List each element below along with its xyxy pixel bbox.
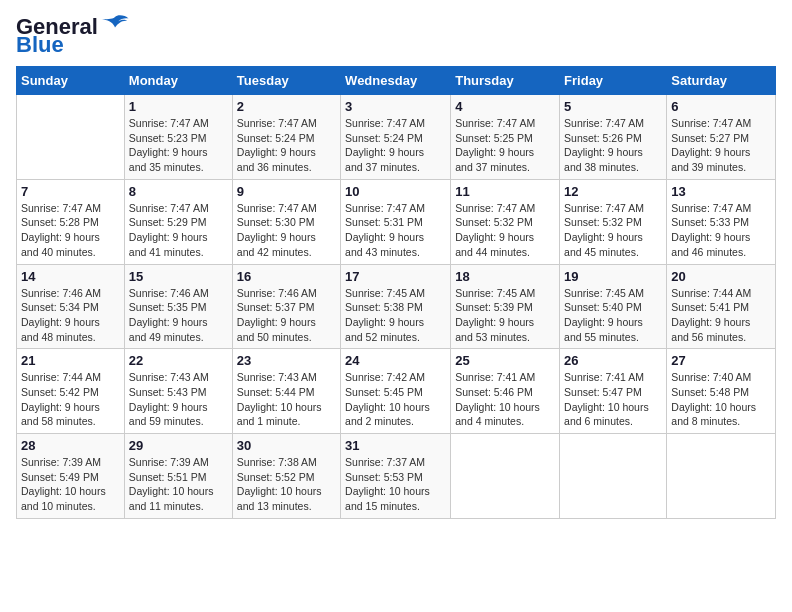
day-number-31: 31 — [345, 438, 446, 453]
day-cell-2: 2Sunrise: 7:47 AM Sunset: 5:24 PM Daylig… — [232, 95, 340, 180]
day-cell-31: 31Sunrise: 7:37 AM Sunset: 5:53 PM Dayli… — [341, 434, 451, 519]
day-number-10: 10 — [345, 184, 446, 199]
day-info-23: Sunrise: 7:43 AM Sunset: 5:44 PM Dayligh… — [237, 370, 336, 429]
day-cell-17: 17Sunrise: 7:45 AM Sunset: 5:38 PM Dayli… — [341, 264, 451, 349]
day-info-10: Sunrise: 7:47 AM Sunset: 5:31 PM Dayligh… — [345, 201, 446, 260]
empty-cell — [451, 434, 560, 519]
day-info-25: Sunrise: 7:41 AM Sunset: 5:46 PM Dayligh… — [455, 370, 555, 429]
col-header-saturday: Saturday — [667, 67, 776, 95]
day-number-8: 8 — [129, 184, 228, 199]
day-number-13: 13 — [671, 184, 771, 199]
day-info-7: Sunrise: 7:47 AM Sunset: 5:28 PM Dayligh… — [21, 201, 120, 260]
day-number-6: 6 — [671, 99, 771, 114]
col-header-tuesday: Tuesday — [232, 67, 340, 95]
day-number-17: 17 — [345, 269, 446, 284]
week-row-5: 28Sunrise: 7:39 AM Sunset: 5:49 PM Dayli… — [17, 434, 776, 519]
day-info-30: Sunrise: 7:38 AM Sunset: 5:52 PM Dayligh… — [237, 455, 336, 514]
day-cell-14: 14Sunrise: 7:46 AM Sunset: 5:34 PM Dayli… — [17, 264, 125, 349]
day-info-8: Sunrise: 7:47 AM Sunset: 5:29 PM Dayligh… — [129, 201, 228, 260]
logo-bird-icon — [100, 13, 130, 33]
day-info-12: Sunrise: 7:47 AM Sunset: 5:32 PM Dayligh… — [564, 201, 662, 260]
day-number-20: 20 — [671, 269, 771, 284]
day-cell-19: 19Sunrise: 7:45 AM Sunset: 5:40 PM Dayli… — [560, 264, 667, 349]
day-info-19: Sunrise: 7:45 AM Sunset: 5:40 PM Dayligh… — [564, 286, 662, 345]
day-cell-24: 24Sunrise: 7:42 AM Sunset: 5:45 PM Dayli… — [341, 349, 451, 434]
day-info-31: Sunrise: 7:37 AM Sunset: 5:53 PM Dayligh… — [345, 455, 446, 514]
day-number-16: 16 — [237, 269, 336, 284]
day-cell-5: 5Sunrise: 7:47 AM Sunset: 5:26 PM Daylig… — [560, 95, 667, 180]
day-cell-27: 27Sunrise: 7:40 AM Sunset: 5:48 PM Dayli… — [667, 349, 776, 434]
day-cell-26: 26Sunrise: 7:41 AM Sunset: 5:47 PM Dayli… — [560, 349, 667, 434]
day-number-4: 4 — [455, 99, 555, 114]
day-number-21: 21 — [21, 353, 120, 368]
col-header-thursday: Thursday — [451, 67, 560, 95]
empty-cell — [17, 95, 125, 180]
week-row-3: 14Sunrise: 7:46 AM Sunset: 5:34 PM Dayli… — [17, 264, 776, 349]
logo: General Blue — [16, 16, 130, 56]
week-row-2: 7Sunrise: 7:47 AM Sunset: 5:28 PM Daylig… — [17, 179, 776, 264]
day-info-3: Sunrise: 7:47 AM Sunset: 5:24 PM Dayligh… — [345, 116, 446, 175]
day-cell-13: 13Sunrise: 7:47 AM Sunset: 5:33 PM Dayli… — [667, 179, 776, 264]
day-cell-30: 30Sunrise: 7:38 AM Sunset: 5:52 PM Dayli… — [232, 434, 340, 519]
day-info-2: Sunrise: 7:47 AM Sunset: 5:24 PM Dayligh… — [237, 116, 336, 175]
day-number-23: 23 — [237, 353, 336, 368]
day-cell-16: 16Sunrise: 7:46 AM Sunset: 5:37 PM Dayli… — [232, 264, 340, 349]
day-cell-10: 10Sunrise: 7:47 AM Sunset: 5:31 PM Dayli… — [341, 179, 451, 264]
day-info-28: Sunrise: 7:39 AM Sunset: 5:49 PM Dayligh… — [21, 455, 120, 514]
day-info-17: Sunrise: 7:45 AM Sunset: 5:38 PM Dayligh… — [345, 286, 446, 345]
day-cell-18: 18Sunrise: 7:45 AM Sunset: 5:39 PM Dayli… — [451, 264, 560, 349]
day-number-25: 25 — [455, 353, 555, 368]
header: General Blue — [16, 16, 776, 56]
day-info-6: Sunrise: 7:47 AM Sunset: 5:27 PM Dayligh… — [671, 116, 771, 175]
day-cell-8: 8Sunrise: 7:47 AM Sunset: 5:29 PM Daylig… — [124, 179, 232, 264]
day-number-26: 26 — [564, 353, 662, 368]
day-number-18: 18 — [455, 269, 555, 284]
col-header-wednesday: Wednesday — [341, 67, 451, 95]
day-number-27: 27 — [671, 353, 771, 368]
logo-blue-text: Blue — [16, 34, 64, 56]
col-header-friday: Friday — [560, 67, 667, 95]
day-info-4: Sunrise: 7:47 AM Sunset: 5:25 PM Dayligh… — [455, 116, 555, 175]
day-info-14: Sunrise: 7:46 AM Sunset: 5:34 PM Dayligh… — [21, 286, 120, 345]
day-cell-9: 9Sunrise: 7:47 AM Sunset: 5:30 PM Daylig… — [232, 179, 340, 264]
day-cell-6: 6Sunrise: 7:47 AM Sunset: 5:27 PM Daylig… — [667, 95, 776, 180]
day-info-21: Sunrise: 7:44 AM Sunset: 5:42 PM Dayligh… — [21, 370, 120, 429]
week-row-4: 21Sunrise: 7:44 AM Sunset: 5:42 PM Dayli… — [17, 349, 776, 434]
day-number-12: 12 — [564, 184, 662, 199]
day-cell-1: 1Sunrise: 7:47 AM Sunset: 5:23 PM Daylig… — [124, 95, 232, 180]
day-number-2: 2 — [237, 99, 336, 114]
day-info-11: Sunrise: 7:47 AM Sunset: 5:32 PM Dayligh… — [455, 201, 555, 260]
day-number-22: 22 — [129, 353, 228, 368]
day-number-15: 15 — [129, 269, 228, 284]
day-info-27: Sunrise: 7:40 AM Sunset: 5:48 PM Dayligh… — [671, 370, 771, 429]
day-number-14: 14 — [21, 269, 120, 284]
empty-cell — [667, 434, 776, 519]
day-number-5: 5 — [564, 99, 662, 114]
header-row: SundayMondayTuesdayWednesdayThursdayFrid… — [17, 67, 776, 95]
day-cell-28: 28Sunrise: 7:39 AM Sunset: 5:49 PM Dayli… — [17, 434, 125, 519]
day-info-13: Sunrise: 7:47 AM Sunset: 5:33 PM Dayligh… — [671, 201, 771, 260]
day-number-28: 28 — [21, 438, 120, 453]
day-info-22: Sunrise: 7:43 AM Sunset: 5:43 PM Dayligh… — [129, 370, 228, 429]
day-cell-23: 23Sunrise: 7:43 AM Sunset: 5:44 PM Dayli… — [232, 349, 340, 434]
day-number-24: 24 — [345, 353, 446, 368]
day-number-9: 9 — [237, 184, 336, 199]
day-info-1: Sunrise: 7:47 AM Sunset: 5:23 PM Dayligh… — [129, 116, 228, 175]
day-info-29: Sunrise: 7:39 AM Sunset: 5:51 PM Dayligh… — [129, 455, 228, 514]
day-number-19: 19 — [564, 269, 662, 284]
day-cell-21: 21Sunrise: 7:44 AM Sunset: 5:42 PM Dayli… — [17, 349, 125, 434]
day-cell-29: 29Sunrise: 7:39 AM Sunset: 5:51 PM Dayli… — [124, 434, 232, 519]
day-cell-4: 4Sunrise: 7:47 AM Sunset: 5:25 PM Daylig… — [451, 95, 560, 180]
day-info-15: Sunrise: 7:46 AM Sunset: 5:35 PM Dayligh… — [129, 286, 228, 345]
day-cell-12: 12Sunrise: 7:47 AM Sunset: 5:32 PM Dayli… — [560, 179, 667, 264]
day-cell-11: 11Sunrise: 7:47 AM Sunset: 5:32 PM Dayli… — [451, 179, 560, 264]
day-cell-20: 20Sunrise: 7:44 AM Sunset: 5:41 PM Dayli… — [667, 264, 776, 349]
day-number-30: 30 — [237, 438, 336, 453]
day-info-18: Sunrise: 7:45 AM Sunset: 5:39 PM Dayligh… — [455, 286, 555, 345]
day-number-7: 7 — [21, 184, 120, 199]
col-header-monday: Monday — [124, 67, 232, 95]
day-info-20: Sunrise: 7:44 AM Sunset: 5:41 PM Dayligh… — [671, 286, 771, 345]
day-info-24: Sunrise: 7:42 AM Sunset: 5:45 PM Dayligh… — [345, 370, 446, 429]
col-header-sunday: Sunday — [17, 67, 125, 95]
empty-cell — [560, 434, 667, 519]
